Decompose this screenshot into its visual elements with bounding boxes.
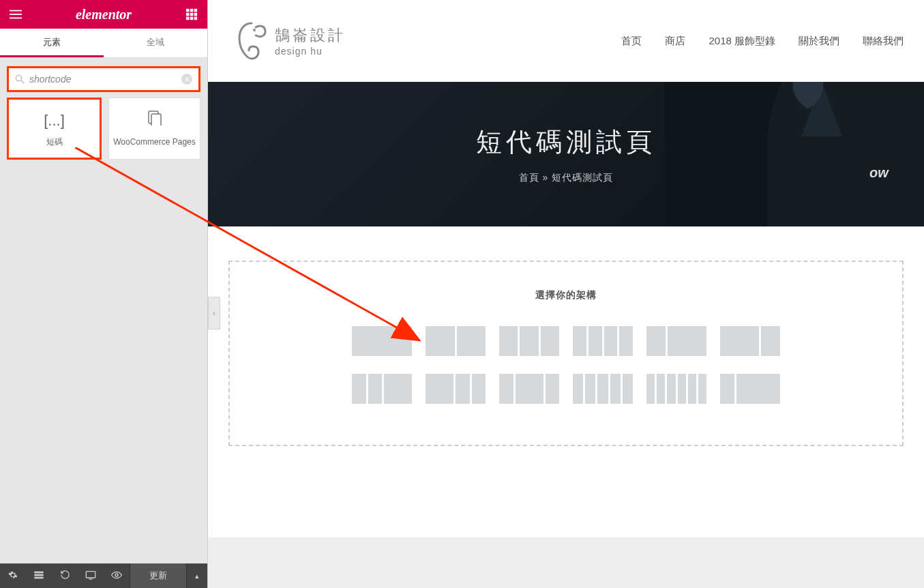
svg-point-22 <box>253 29 256 31</box>
search-icon <box>15 74 25 84</box>
tab-elements[interactable]: 元素 <box>0 29 104 57</box>
structure-1-1-2[interactable] <box>352 374 412 404</box>
nav-item[interactable]: 2018 服飾型錄 <box>709 35 775 48</box>
tab-global[interactable]: 全域 <box>104 29 207 57</box>
clear-search-icon[interactable]: ✕ <box>181 74 192 85</box>
logo-mark-icon <box>235 22 268 60</box>
logo-text-en: design hu <box>275 46 346 57</box>
structure-2-1[interactable] <box>720 326 780 356</box>
responsive-button[interactable] <box>78 570 104 582</box>
navigator-button[interactable] <box>26 570 52 582</box>
svg-rect-6 <box>186 13 190 16</box>
svg-rect-17 <box>34 574 43 576</box>
svg-rect-4 <box>190 9 194 12</box>
svg-rect-11 <box>194 17 198 20</box>
svg-text:ow: ow <box>869 165 889 180</box>
svg-rect-0 <box>10 10 22 12</box>
breadcrumb-current: 短代碼測試頁 <box>552 172 613 183</box>
svg-rect-3 <box>186 9 190 12</box>
logo-text-cn: 鵠崙設計 <box>275 25 346 46</box>
svg-line-13 <box>21 80 24 83</box>
structure-2-1-1[interactable] <box>426 374 486 404</box>
widget-woocommerce-pages[interactable]: WooCommerce Pages <box>108 98 200 160</box>
nav-item[interactable]: 聯絡我們 <box>863 35 904 48</box>
svg-rect-19 <box>86 571 95 577</box>
structure-1-3[interactable] <box>720 374 780 404</box>
structure-3col[interactable] <box>499 326 559 356</box>
page-footer-placeholder <box>208 538 924 588</box>
preview-button[interactable] <box>104 570 130 581</box>
widgets-grid-icon[interactable] <box>185 8 198 20</box>
brand-logo: elementor <box>76 7 132 23</box>
drop-zone-title: 選擇你的架構 <box>246 289 886 302</box>
page-title: 短代碼測試頁 <box>476 125 656 160</box>
svg-rect-7 <box>190 13 194 16</box>
panel-footer: 更新 ▴ <box>0 563 207 588</box>
svg-rect-5 <box>194 9 198 12</box>
structure-1col[interactable] <box>352 326 412 356</box>
svg-rect-1 <box>10 14 22 15</box>
svg-rect-18 <box>34 576 43 578</box>
nav-item[interactable]: 首页 <box>621 35 642 48</box>
woocommerce-icon <box>112 111 197 130</box>
search-box-highlight: ✕ <box>7 66 200 92</box>
nav-item[interactable]: 關於我們 <box>799 35 839 48</box>
search-input[interactable] <box>29 74 178 85</box>
panel-header: elementor <box>0 0 207 29</box>
shortcode-icon: [...] <box>12 112 97 130</box>
hero-model-image: ow <box>665 82 924 226</box>
structure-2col[interactable] <box>426 326 486 356</box>
widget-label: WooCommerce Pages <box>113 137 196 147</box>
svg-rect-9 <box>186 17 190 20</box>
breadcrumb-sep: » <box>543 172 549 183</box>
save-options-caret-icon[interactable]: ▴ <box>187 572 207 580</box>
preview-canvas: 鵠崙設計 design hu 首页 商店 2018 服飾型錄 關於我們 聯絡我們… <box>208 0 924 588</box>
structure-1-2-1[interactable] <box>499 374 559 404</box>
section-drop-zone[interactable]: 選擇你的架構 <box>228 261 904 446</box>
elementor-panel: elementor 元素 全域 ✕ [...] 短碼 <box>0 0 208 588</box>
nav-item[interactable]: 商店 <box>665 35 685 48</box>
breadcrumb: 首頁 » 短代碼測試頁 <box>519 172 614 184</box>
svg-rect-15 <box>151 114 161 126</box>
settings-button[interactable] <box>0 570 26 582</box>
hero-banner: ow 短代碼測試頁 首頁 » 短代碼測試頁 <box>208 82 924 226</box>
svg-rect-2 <box>10 18 22 19</box>
structure-5col[interactable] <box>573 374 633 404</box>
site-logo[interactable]: 鵠崙設計 design hu <box>235 22 346 60</box>
breadcrumb-home[interactable]: 首頁 <box>519 172 539 183</box>
history-button[interactable] <box>52 570 78 582</box>
svg-rect-10 <box>190 17 194 20</box>
main-nav: 首页 商店 2018 服飾型錄 關於我們 聯絡我們 <box>621 35 904 48</box>
svg-rect-8 <box>194 13 198 16</box>
menu-icon[interactable] <box>10 8 22 20</box>
structure-1-2[interactable] <box>646 326 706 356</box>
panel-tabs: 元素 全域 <box>0 29 207 58</box>
update-button[interactable]: 更新 <box>130 563 187 588</box>
widget-label: 短碼 <box>46 137 63 147</box>
svg-point-21 <box>115 574 118 576</box>
collapse-panel-handle[interactable]: ‹ <box>208 297 220 329</box>
structure-6col[interactable] <box>646 374 706 404</box>
svg-rect-16 <box>34 571 43 573</box>
structure-4col[interactable] <box>573 326 633 356</box>
widget-shortcode[interactable]: [...] 短碼 <box>7 98 102 160</box>
site-header: 鵠崙設計 design hu 首页 商店 2018 服飾型錄 關於我們 聯絡我們 <box>208 0 924 82</box>
svg-point-12 <box>16 75 21 80</box>
